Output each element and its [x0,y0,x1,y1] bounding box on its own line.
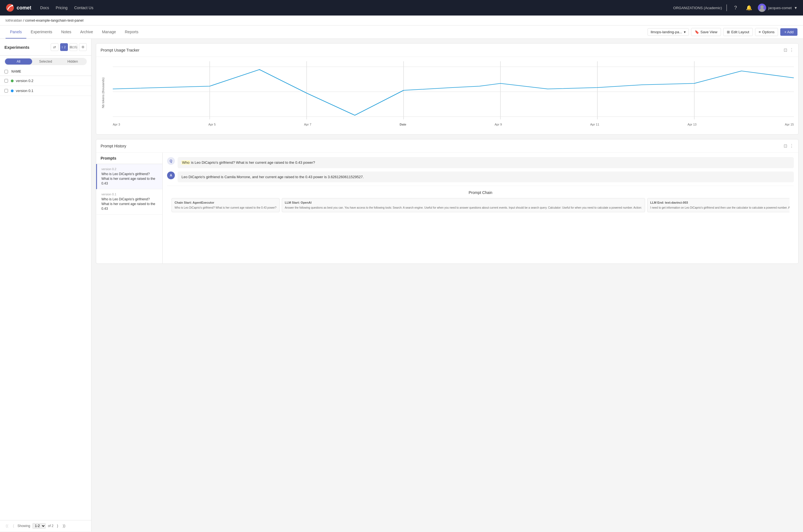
x-tick-apr15: Apr 15 [785,123,794,126]
panel-menu-button[interactable]: ⋮ [789,48,794,53]
user-dropdown-icon: ▼ [794,6,798,10]
prompt-detail: Q Who is Leo DiCaprio's girlfriend? What… [162,153,798,264]
breadcrumb: lothiraldan / comet-example-langchain-te… [0,16,803,25]
tab-panels[interactable]: Panels [5,26,26,39]
prompt-usage-title: Prompt Usage Tracker [100,48,139,52]
nav-links: Docs Pricing Contact Us [40,5,665,10]
comet-logo-icon [5,3,14,12]
tabs-bar: Panels Experiments Notes Archive Manage … [0,25,803,39]
sidebar-icon-group: ⇄ ↕ 2 ⊞ ( 15 ) ⚙ [51,43,87,51]
experiment-item-v02[interactable]: version 0.2 [0,76,91,86]
chain-box-text-1: Answer the following questions as best y… [285,206,642,210]
tab-experiments[interactable]: Experiments [26,26,57,39]
view-selector[interactable]: llmops-landing-pa... ▾ [648,28,689,36]
edit-layout-label: Edit Layout [731,30,749,34]
page-range-select[interactable]: 1-2 [33,523,46,529]
notifications-button[interactable]: 🔔 [745,3,753,12]
experiment-name-v02: version 0.2 [16,79,34,83]
tab-manage[interactable]: Manage [98,26,120,39]
main-layout: Experiments ⇄ ↕ 2 ⊞ ( 15 ) ⚙ [0,39,803,531]
help-button[interactable]: ? [731,3,740,12]
svg-point-2 [760,5,764,8]
logo-text: comet [17,5,31,11]
edit-layout-button[interactable]: ⊞ Edit Layout [723,28,753,36]
prompt-history-header: Prompt History ⊡ ⋮ [96,139,798,153]
experiment-checkbox-v01[interactable] [4,89,8,93]
sidebar-title: Experiments [4,45,30,50]
y-axis-label: Nb tokens (thousands) [101,78,105,108]
prompt-item-v01[interactable]: version 0.1 Who is Leo DiCaprio's girlfr… [96,189,162,214]
tab-hidden[interactable]: Hidden [59,58,86,64]
nav-contact[interactable]: Contact Us [74,5,93,10]
name-column-header: NAME [11,70,21,73]
prompt-history-title: Prompt History [100,144,126,148]
prompt-history-actions: ⊡ ⋮ [784,143,794,149]
tab-all[interactable]: All [5,58,32,64]
experiment-item-v01[interactable]: version 0.1 [0,86,91,96]
more-options-button[interactable]: ⚙ [79,43,87,51]
columns-count-button[interactable]: ⊞ ( 15 ) [70,43,77,51]
filter-count-button[interactable]: ↕ 2 [60,43,68,51]
first-page-button[interactable]: ⟨⟨ [4,523,9,529]
tab-notes[interactable]: Notes [57,26,76,39]
tab-reports[interactable]: Reports [120,26,143,39]
user-avatar [758,4,766,12]
filter-badge: 2 [63,45,67,49]
options-button[interactable]: ≡ Options [755,28,778,36]
question-text-rest: is Leo DiCaprio's girlfriend? What is he… [191,160,315,165]
top-navigation: comet Docs Pricing Contact Us ORGANIZATI… [0,0,803,16]
layout-icon: ⊞ [727,30,730,34]
chain-box-0: Chain Start: AgentExecutor Who is Leo Di… [172,198,280,212]
experiments-sidebar: Experiments ⇄ ↕ 2 ⊞ ( 15 ) ⚙ [0,39,92,531]
experiment-checkbox-v02[interactable] [4,79,8,82]
nav-docs[interactable]: Docs [40,5,49,10]
question-highlight: Who [181,160,190,165]
filter-icon: ⇄ [53,45,56,49]
view-chevron-icon: ▾ [684,30,686,34]
chain-box-title-2: LLM End: text-davinci-003 [650,201,789,205]
options-icon: ≡ [759,30,761,34]
content-area: Prompt Usage Tracker ⊡ ⋮ Nb tokens (thou… [92,39,803,531]
tab-archive[interactable]: Archive [76,26,98,39]
save-view-label: Save View [701,30,718,34]
sidebar-header: Experiments ⇄ ↕ 2 ⊞ ( 15 ) ⚙ [0,39,91,56]
sidebar-footer: ⟨⟨ ⟨ Showing 1-2 of 2 ⟩ ⟩⟩ [0,520,91,531]
next-page-button[interactable]: ⟩ [56,523,59,529]
filter-button[interactable]: ⇄ [51,43,58,51]
user-menu[interactable]: jacques-comet ▼ [758,4,798,12]
save-view-button[interactable]: 🔖 Save View [691,28,721,36]
history-menu-button[interactable]: ⋮ [789,143,794,149]
prompt-history-panel: Prompt History ⊡ ⋮ Prompts version 0.2 W… [96,139,799,264]
expand-history-button[interactable]: ⊡ [784,143,787,149]
x-axis-date-label: Date [400,123,406,126]
svg-point-3 [759,8,765,12]
main-tabs: Panels Experiments Notes Archive Manage … [5,26,648,39]
prompt-chain-section: Prompt Chain Chain Start: AgentExecutor … [167,186,794,217]
nav-pricing[interactable]: Pricing [56,5,68,10]
prompts-list: Prompts version 0.2 Who is Leo DiCaprio'… [96,153,162,264]
prompt-chain-title: Prompt Chain [172,190,789,195]
columns-icon: ⊞ [70,45,72,49]
experiment-view-tabs: All Selected Hidden [4,58,87,65]
add-label: + Add [784,30,794,34]
prompt-usage-panel: Prompt Usage Tracker ⊡ ⋮ Nb tokens (thou… [96,43,799,135]
logo-area[interactable]: comet [5,3,31,12]
x-tick-apr7: Apr 7 [304,123,311,126]
tab-selected[interactable]: Selected [32,58,59,64]
prev-page-button[interactable]: ⟨ [12,523,15,529]
breadcrumb-project[interactable]: comet-example-langchain-test-panel [25,18,83,22]
select-all-checkbox[interactable] [4,70,8,73]
prompt-usage-header: Prompt Usage Tracker ⊡ ⋮ [96,43,798,57]
chart-svg: 25k 20k 15k [113,61,794,122]
question-row: Q Who is Leo DiCaprio's girlfriend? What… [167,157,794,168]
org-selector[interactable]: ORGANIZATIONS (Academic) [673,6,722,10]
prompt-item-v02[interactable]: version 0.2 Who is Leo DiCaprio's girlfr… [96,164,162,189]
last-page-button[interactable]: ⟩⟩ [61,523,66,529]
x-tick-apr5: Apr 5 [208,123,215,126]
x-axis-labels: Apr 3 Apr 5 Apr 7 Date Apr 9 Apr 11 Apr … [113,123,794,126]
expand-panel-button[interactable]: ⊡ [784,48,787,53]
breadcrumb-workspace[interactable]: lothiraldan [5,18,22,22]
add-button[interactable]: + Add [780,28,798,36]
prompt-history-content: Prompts version 0.2 Who is Leo DiCaprio'… [96,153,798,264]
experiment-name-v01: version 0.1 [16,89,34,93]
